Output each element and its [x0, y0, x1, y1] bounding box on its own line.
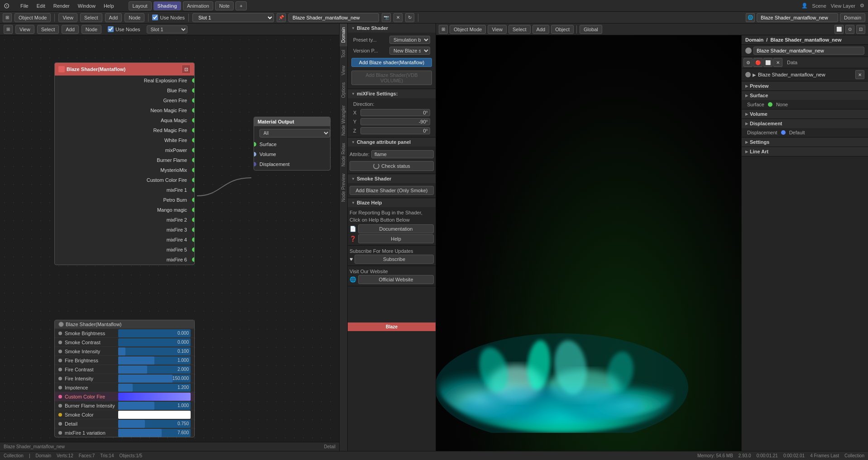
socket-white-fire[interactable]: White Fire [55, 135, 194, 145]
select-btn[interactable]: Select [80, 13, 102, 22]
socket-mixfire1[interactable]: mixFire 1 [55, 185, 194, 195]
mat-socket-displacement[interactable]: Displacement [254, 159, 330, 169]
prop-bar-4[interactable]: 2.000 [118, 365, 191, 374]
attribute-input[interactable] [371, 150, 434, 158]
prop-bar-1[interactable]: 0.000 [118, 338, 191, 346]
view-btn[interactable]: View [58, 13, 77, 22]
volume-header[interactable]: ▶ Volume [742, 109, 868, 119]
add-blaze-btn[interactable]: Add Blaze shader(Mantaflow) [351, 58, 432, 67]
socket-neon-magic-fire[interactable]: Neon Magic Fire [55, 105, 194, 115]
menu-file[interactable]: File [19, 2, 30, 9]
prop-color-bar-9[interactable] [118, 411, 191, 419]
slot-select2[interactable]: Slot 1 [147, 25, 187, 33]
official-website-btn[interactable]: Official Website [358, 275, 434, 284]
check-status-btn[interactable]: Check status [350, 161, 434, 171]
prop-bar-8[interactable]: 1.000 [118, 402, 191, 410]
socket-green-fire[interactable]: Green Fire [55, 95, 194, 105]
prop-impotence[interactable]: Impotence 1.200 [55, 383, 194, 392]
prop-bar-0[interactable]: 0.000 [118, 329, 191, 337]
viewport-obj-mode[interactable]: Object Mode [450, 25, 486, 34]
domain-tab[interactable]: Domain [340, 24, 347, 46]
viewport-object-btn[interactable]: Object [551, 25, 574, 34]
z-input[interactable] [360, 127, 430, 134]
node-node-btn[interactable]: Node [82, 25, 101, 34]
viewport-shading-btn[interactable]: ⬜ [834, 25, 844, 34]
add-btn[interactable]: Add [105, 13, 122, 22]
camera-icon[interactable]: 📷 [382, 13, 391, 22]
settings-header[interactable]: ▶ Settings [742, 138, 868, 147]
socket-petro-burn[interactable]: Petro Burn [55, 195, 194, 205]
node-relax-tab[interactable]: Node Relax [340, 139, 347, 170]
prop-custom-color-fire[interactable]: Custom Color Fire [55, 392, 194, 401]
viewport-select-btn[interactable]: Select [508, 25, 531, 34]
viewport-add-btn[interactable]: Add [532, 25, 550, 34]
props-icon-3[interactable]: ⬜ [763, 58, 772, 67]
use-nodes-toggle[interactable]: Use Nodes [152, 14, 184, 20]
socket-real-explosion-fire[interactable]: Real Explosion Fire [55, 76, 194, 85]
prop-burner-flame[interactable]: Burner Flame Intensity 1.000 [55, 401, 194, 410]
line-art-header[interactable]: ▶ Line Art [742, 147, 868, 156]
slot-select[interactable]: Slot 1 [192, 13, 274, 22]
area-split-icon[interactable]: ⊞ [3, 13, 12, 22]
refresh-icon[interactable]: ↻ [405, 13, 414, 22]
animation-tab[interactable]: Animation [183, 1, 213, 10]
menu-edit[interactable]: Edit [35, 2, 47, 9]
menu-render[interactable]: Render [52, 2, 72, 9]
mat-socket-volume[interactable]: Volume [254, 149, 330, 159]
layout-tab[interactable]: Layout [129, 1, 152, 10]
view-tab[interactable]: View [340, 62, 347, 79]
help-btn[interactable]: Help [358, 234, 434, 243]
viewport-header-icon[interactable]: ⊞ [439, 25, 448, 34]
socket-mixfire5[interactable]: mixFire 5 [55, 245, 194, 255]
shading-tab[interactable]: Shading [153, 1, 181, 10]
x-input[interactable] [360, 109, 430, 116]
viewport-xray-btn[interactable]: ⊡ [856, 25, 865, 34]
blender-logo-icon[interactable]: ⊙ [4, 1, 10, 10]
socket-burner-flame[interactable]: Burner Flame [55, 155, 194, 165]
viewport-view-btn[interactable]: View [488, 25, 507, 34]
prop-bar-10[interactable]: 0.750 [118, 420, 191, 428]
socket-aqua-magic[interactable]: Aqua Magic [55, 115, 194, 125]
version-select[interactable]: New Blaze shader [389, 47, 430, 55]
add-workspace-btn[interactable]: + [235, 1, 246, 10]
socket-blue-fire[interactable]: Blue Fire [55, 85, 194, 95]
domain-btn[interactable]: Domain [840, 13, 865, 22]
socket-mixfire3[interactable]: mixFire 3 [55, 225, 194, 235]
all-select[interactable]: All [259, 129, 330, 138]
node-preview-tab[interactable]: Node Preview [340, 170, 347, 205]
node-view-btn[interactable]: View [15, 25, 34, 34]
mat-close-icon[interactable]: ✕ [855, 70, 864, 79]
add-volume-btn[interactable]: Add Blaze Shader(VDB VOLUME) [351, 71, 432, 85]
prop-fire-intensity[interactable]: Fire Intensity 150.000 [55, 374, 194, 383]
blaze-tab[interactable]: Blaze [348, 322, 436, 331]
note-tab[interactable]: Note [215, 1, 234, 10]
shader-name-input[interactable] [288, 13, 379, 22]
blaze-shader-header[interactable]: ▼ Blaze Shader [348, 24, 436, 33]
prop-bar-2[interactable]: 0.100 [118, 347, 191, 356]
prop-smoke-brightness[interactable]: Smoke Brightness 0.000 [55, 328, 194, 337]
node-btn[interactable]: Node [125, 13, 144, 22]
displacement-header[interactable]: ▶ Displacement [742, 119, 868, 128]
y-input[interactable] [360, 118, 430, 125]
props-icon-4[interactable]: ✕ [773, 58, 782, 67]
tool-tab[interactable]: Tool [340, 46, 347, 62]
node-use-nodes[interactable]: Use Nodes [108, 26, 140, 32]
object-mode-btn[interactable]: Object Mode [14, 13, 51, 22]
viewport-3d[interactable] [436, 35, 741, 451]
mat-socket-surface[interactable]: Surface [254, 139, 330, 149]
subscribe-btn[interactable]: Subscribe [355, 255, 434, 264]
prop-color-bar-7[interactable] [118, 393, 191, 401]
props-icon-1[interactable]: ⚙ [743, 58, 753, 67]
prop-fire-contrast[interactable]: Fire Contrast 2.000 [55, 365, 194, 374]
viewport-shading-icon[interactable]: 🌐 [746, 13, 755, 22]
smoke-shader-header[interactable]: ▼ Smoke Shader [348, 174, 436, 183]
attribute-header[interactable]: ▼ Change attribute panel [348, 138, 436, 147]
prop-bar-6[interactable]: 1.200 [118, 384, 191, 392]
socket-mixpower[interactable]: mixPower [55, 145, 194, 155]
blaze-shader-node[interactable]: Blaze Shader(Mantaflow) ⊡ Real Explosion… [54, 62, 195, 265]
prop-smoke-contrast[interactable]: Smoke Contrast 0.000 [55, 337, 194, 346]
pin-icon[interactable]: 📌 [277, 13, 286, 22]
socket-mixfire2[interactable]: mixFire 2 [55, 215, 194, 225]
socket-custom-color-fire[interactable]: Custom Color Fire [55, 175, 194, 185]
socket-mango-magic[interactable]: Mango magic [55, 205, 194, 215]
